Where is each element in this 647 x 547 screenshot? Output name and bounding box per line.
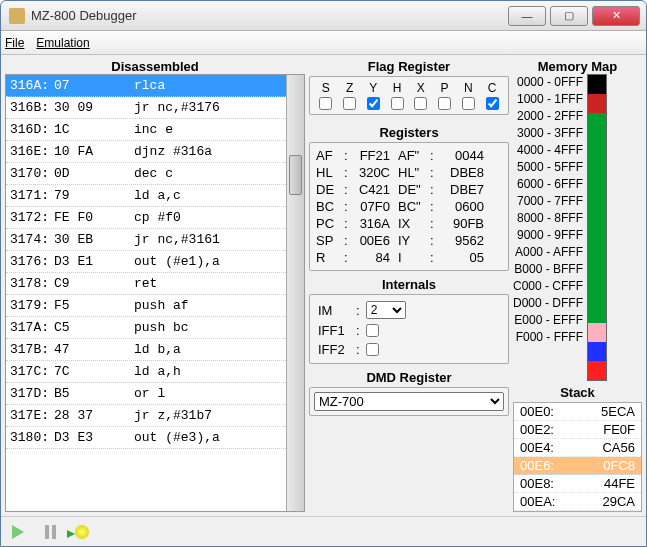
disasm-row[interactable]: 3176:D3 E1out (#e1),a [6,251,286,273]
register-row: R:84I:05 [314,249,504,266]
flag-label-c: C [482,81,502,95]
memmap-label: 4000 - 4FFF [513,142,583,159]
flag-label-s: S [316,81,336,95]
flag-h-checkbox[interactable] [391,97,404,110]
pause-button[interactable] [41,523,59,541]
step-icon [75,525,89,539]
register-row: PC:316AIX:90FB [314,215,504,232]
disasm-row[interactable]: 3172:FE F0cp #f0 [6,207,286,229]
flag-s-checkbox[interactable] [319,97,332,110]
disasm-row[interactable]: 317E:28 37jr z,#31b7 [6,405,286,427]
iff1-label: IFF1 [318,323,350,338]
stack-row[interactable]: 00EA:29CA [514,493,641,511]
flag-y-checkbox[interactable] [367,97,380,110]
disasm-row[interactable]: 317C:7Cld a,h [6,361,286,383]
memmap-segment [588,342,606,361]
register-row: SP:00E6IY:9562 [314,232,504,249]
disasm-row[interactable]: 3174:30 EBjr nc,#3161 [6,229,286,251]
menu-file[interactable]: File [5,36,24,50]
memmap-label: A000 - AFFF [513,244,583,261]
memmap-segment [588,361,606,380]
flag-label-h: H [387,81,407,95]
iff2-checkbox[interactable] [366,343,379,356]
memmap-segment [588,75,606,94]
flag-c-checkbox[interactable] [486,97,499,110]
im-select[interactable]: 2 [366,301,406,319]
stack-row[interactable]: 00E2:FE0F [514,421,641,439]
stack-row[interactable]: 00E8:44FE [514,475,641,493]
register-row: DE:C421DE":DBE7 [314,181,504,198]
flag-x-checkbox[interactable] [414,97,427,110]
memmap-segment [588,323,606,342]
memmap-segment [588,94,606,113]
disasm-row[interactable]: 317D:B5or l [6,383,286,405]
memmap-label: 0000 - 0FFF [513,74,583,91]
disasm-row[interactable]: 316B:30 09jr nc,#3176 [6,97,286,119]
stack-row[interactable]: 00E6:0FC8 [514,457,641,475]
memmap-segment [588,132,606,151]
iff1-checkbox[interactable] [366,324,379,337]
memmap-segment [588,228,606,247]
memory-map-bar [587,74,607,381]
disasm-row[interactable]: 3170:0Ddec c [6,163,286,185]
flag-register-heading: Flag Register [309,59,509,74]
disasm-row[interactable]: 317A:C5push bc [6,317,286,339]
stack-row[interactable]: 00E4:CA56 [514,439,641,457]
disasm-row[interactable]: 3180:D3 E3out (#e3),a [6,427,286,449]
run-button[interactable] [9,523,27,541]
maximize-button[interactable]: ▢ [550,6,588,26]
app-icon [9,8,25,24]
memmap-segment [588,208,606,227]
disasm-row[interactable]: 316A:07rlca [6,75,286,97]
memmap-label: F000 - FFFF [513,329,583,346]
pause-icon [45,525,56,539]
register-row: HL:320CHL":DBE8 [314,164,504,181]
disasm-row[interactable]: 316E:10 FAdjnz #316a [6,141,286,163]
memmap-label: 5000 - 5FFF [513,159,583,176]
memmap-segment [588,304,606,323]
stack-list[interactable]: 00E0:5ECA00E2:FE0F00E4:CA5600E6:0FC800E8… [513,402,642,512]
memmap-segment [588,189,606,208]
disasm-row[interactable]: 3178:C9ret [6,273,286,295]
dmd-select[interactable]: MZ-700 [314,392,504,411]
disassembly-list[interactable]: 316A:07rlca316B:30 09jr nc,#3176316D:1Ci… [6,75,286,511]
memmap-label: D000 - DFFF [513,295,583,312]
flag-label-x: X [411,81,431,95]
disasm-row[interactable]: 317B:47ld b,a [6,339,286,361]
memmap-label: B000 - BFFF [513,261,583,278]
disasm-row[interactable]: 316D:1Cinc e [6,119,286,141]
internals-heading: Internals [309,277,509,292]
dmd-register-heading: DMD Register [309,370,509,385]
step-button[interactable] [73,523,91,541]
minimize-button[interactable]: — [508,6,546,26]
memmap-segment [588,285,606,304]
disassembled-heading: Disassembled [5,59,305,74]
disasm-row[interactable]: 3171:79ld a,c [6,185,286,207]
stack-row[interactable]: 00E0:5ECA [514,403,641,421]
memmap-label: 6000 - 6FFF [513,176,583,193]
flag-label-n: N [458,81,478,95]
scrollbar-thumb[interactable] [289,155,302,195]
stack-heading: Stack [513,385,642,400]
memmap-label: 7000 - 7FFF [513,193,583,210]
flag-z-checkbox[interactable] [343,97,356,110]
dmd-panel: MZ-700 [309,387,509,416]
flag-p-checkbox[interactable] [438,97,451,110]
register-row: BC:07F0BC":0600 [314,198,504,215]
window-title: MZ-800 Debugger [31,8,506,23]
im-label: IM [318,303,350,318]
memmap-segment [588,151,606,170]
memmap-segment [588,247,606,266]
flag-label-z: Z [340,81,360,95]
disasm-row[interactable]: 3179:F5push af [6,295,286,317]
flag-label-y: Y [363,81,383,95]
titlebar: MZ-800 Debugger — ▢ ✕ [1,1,646,31]
register-row: AF:FF21AF":0044 [314,147,504,164]
close-button[interactable]: ✕ [592,6,640,26]
memmap-label: C000 - CFFF [513,278,583,295]
menu-emulation[interactable]: Emulation [36,36,89,50]
menubar: File Emulation [1,31,646,55]
flag-n-checkbox[interactable] [462,97,475,110]
disassembly-scrollbar[interactable] [286,75,304,511]
memory-map-heading: Memory Map [513,59,642,74]
